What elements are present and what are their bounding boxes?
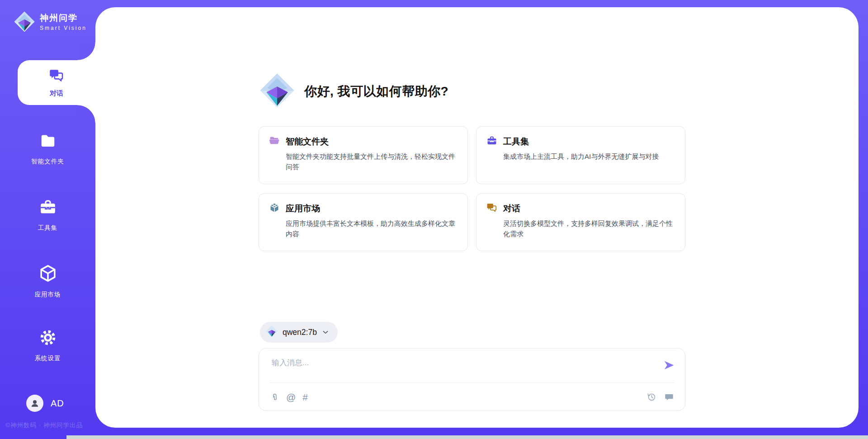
sidebar-item-label: 对话: [50, 89, 63, 98]
hash-topic-icon[interactable]: #: [302, 392, 308, 402]
sidebar-item-smart-folder[interactable]: 智能文件夹: [0, 133, 95, 166]
sidebar-item-label: 系统设置: [35, 354, 61, 363]
chat-bubble-icon[interactable]: [664, 392, 674, 402]
toolbox-icon: [486, 135, 497, 148]
brand-name: 神州问学: [40, 14, 87, 22]
card-title: 工具集: [503, 136, 529, 148]
send-icon[interactable]: [663, 359, 675, 371]
sidebar-item-toolset[interactable]: 工具集: [0, 198, 95, 232]
toolbox-icon: [39, 198, 57, 218]
user-initials: AD: [51, 398, 64, 409]
main-panel: 你好, 我可以如何帮助你? 智能文件夹 智能文件夹功能支持批量文件上传与清洗，轻…: [95, 7, 859, 428]
message-input[interactable]: [272, 358, 651, 379]
feature-cards: 智能文件夹 智能文件夹功能支持批量文件上传与清洗，轻松实现文件问答 工具集 集成…: [259, 126, 685, 251]
chat-icon: [49, 68, 64, 85]
card-smart-folder[interactable]: 智能文件夹 智能文件夹功能支持批量文件上传与清洗，轻松实现文件问答: [259, 126, 468, 184]
brand: 神州问学 Smart Vision: [14, 11, 87, 34]
greeting-title: 你好, 我可以如何帮助你?: [304, 83, 448, 100]
history-icon[interactable]: [646, 392, 656, 402]
tab-fillet-top: [77, 42, 95, 60]
message-composer: @ #: [259, 348, 685, 411]
card-app-market[interactable]: 应用市场 应用市场提供丰富长文本模板，助力高效生成多样化文章内容: [259, 193, 468, 251]
chevron-down-icon: [321, 328, 330, 336]
card-toolset[interactable]: 工具集 集成市场上主流工具，助力AI与外界无缝扩展与对接: [476, 126, 685, 184]
card-title: 对话: [503, 203, 520, 215]
sidebar-item-label: 应用市场: [35, 291, 61, 299]
cube-icon: [38, 264, 57, 285]
open-folder-icon: [269, 135, 280, 148]
assistant-logo-diamond-icon: [259, 72, 295, 110]
sidebar-item-app-market[interactable]: 应用市场: [0, 264, 95, 299]
card-chat[interactable]: 对话 灵活切换多模型文件，支持多样回复效果调试，满足个性化需求: [476, 193, 685, 251]
greeting-block: 你好, 我可以如何帮助你?: [259, 72, 448, 111]
gear-icon: [39, 329, 57, 348]
model-logo-diamond-icon: [265, 325, 278, 339]
card-title: 智能文件夹: [286, 136, 329, 148]
sidebar-item-settings[interactable]: 系统设置: [0, 329, 95, 363]
folder-icon: [39, 133, 57, 152]
card-description: 应用市场提供丰富长文本模板，助力高效生成多样化文章内容: [286, 218, 458, 239]
sidebar-footer: ©神州数码 · 神州问学出品: [5, 421, 83, 429]
avatar: [26, 395, 43, 412]
model-name: qwen2:7b: [283, 328, 317, 337]
model-selector[interactable]: qwen2:7b: [260, 322, 338, 343]
chat-icon: [486, 202, 497, 215]
card-description: 集成市场上主流工具，助力AI与外界无缝扩展与对接: [503, 151, 675, 162]
sidebar-item-label: 工具集: [38, 224, 58, 232]
paperclip-icon[interactable]: [270, 392, 279, 402]
sidebar-item-chat[interactable]: 对话: [18, 60, 95, 105]
user-profile[interactable]: AD: [26, 395, 64, 412]
brand-logo-diamond-icon: [14, 11, 35, 34]
sidebar-item-label: 智能文件夹: [31, 157, 64, 166]
card-description: 智能文件夹功能支持批量文件上传与清洗，轻松实现文件问答: [286, 151, 458, 172]
tab-fillet-bottom: [77, 105, 95, 123]
cube-icon: [269, 202, 280, 215]
card-description: 灵活切换多模型文件，支持多样回复效果调试，满足个性化需求: [503, 218, 675, 239]
brand-subtitle: Smart Vision: [40, 25, 87, 31]
card-title: 应用市场: [286, 203, 320, 215]
at-mention-icon[interactable]: @: [286, 392, 296, 402]
composer-toolbar: @ #: [270, 383, 674, 411]
horizontal-scrollbar[interactable]: [66, 435, 868, 439]
